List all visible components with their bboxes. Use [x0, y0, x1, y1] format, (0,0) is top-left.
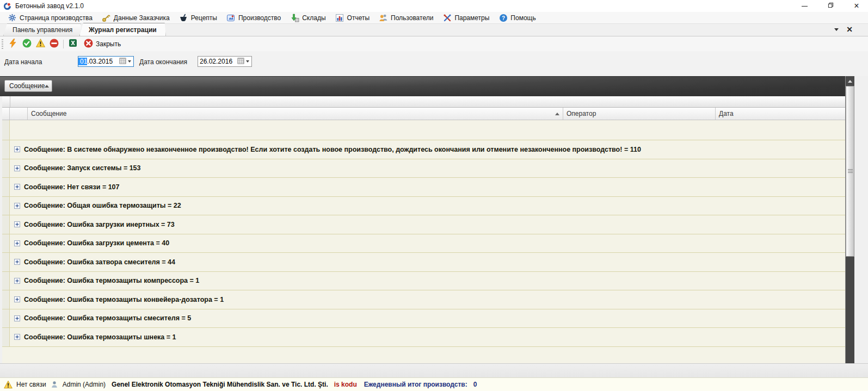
filter-area: Дата начала 01.03.2015 Дата окончания 26… [0, 51, 868, 76]
grid-body: Сообщение: В системе обнаружено незаконч… [2, 120, 845, 363]
header-indicator-cell [2, 108, 10, 120]
vertical-scrollbar[interactable] [845, 76, 854, 374]
column-header-date[interactable]: Дата [716, 108, 845, 120]
group-field-label: Сообщение [9, 82, 45, 90]
group-row[interactable]: Сообщение: Ошибка термозащиты компрессор… [2, 272, 845, 291]
menu-item-users[interactable]: Пользователи [375, 12, 439, 24]
spacer-indicator-cell [2, 96, 10, 107]
close-log-label: Закрыть [96, 40, 121, 48]
group-row[interactable]: Сообщение: Ошибка термозащиты шнека = 1 [2, 328, 845, 347]
group-row[interactable]: Сообщение: Ошибка термозащиты смесителя … [2, 309, 845, 328]
group-row[interactable]: Сообщение: Нет связи = 107 [2, 178, 845, 197]
row-indicator [2, 215, 10, 234]
toolbar-grip[interactable] [2, 39, 3, 49]
status-bar: Нет связи Admin (Admin) Genel Elektronik… [0, 377, 868, 391]
recipes-icon [179, 13, 188, 22]
expand-plus-icon[interactable] [14, 203, 20, 209]
bottom-strip [0, 363, 868, 377]
group-row[interactable]: Сообщение: Ошибка загрузки инертных = 73 [2, 215, 845, 234]
help-icon: ? [498, 13, 508, 22]
tab-close-icon[interactable]: ✕ [846, 26, 853, 33]
reports-icon [335, 13, 344, 22]
expand-plus-icon[interactable] [14, 184, 20, 190]
connection-status: Нет связи [16, 381, 46, 388]
minimize-icon [802, 6, 808, 7]
close-log-button[interactable]: Закрыть [81, 38, 124, 50]
tab-registration-log[interactable]: Журнал регистрации [79, 23, 166, 36]
date-dropdown-icon[interactable] [128, 60, 131, 63]
expand-plus-icon[interactable] [14, 296, 20, 302]
group-row-text: Сообщение: В системе обнаружено незаконч… [24, 146, 641, 153]
warning-filter-button[interactable] [34, 38, 46, 50]
warehouse-icon [290, 13, 299, 22]
warning-triangle-icon [36, 39, 45, 49]
grid-header-row: Сообщение Оператор Дата [2, 108, 845, 120]
tools-icon [442, 13, 452, 22]
row-indicator [2, 290, 10, 309]
calendar-icon[interactable] [237, 57, 244, 66]
expand-plus-icon[interactable] [14, 165, 20, 171]
end-date-input[interactable]: 26.02.2016 [198, 56, 252, 67]
calendar-icon[interactable] [119, 57, 126, 66]
toolbar-separator [63, 40, 64, 48]
start-date-input[interactable]: 01.03.2015 [78, 56, 134, 67]
group-row[interactable]: Сообщение: Ошибка загрузки цемента = 40 [2, 234, 845, 253]
menu-item-reports[interactable]: Отчеты [332, 12, 375, 24]
group-row[interactable]: Сообщение: Ошибка термозащиты конвейера-… [2, 290, 845, 309]
group-row-text: Сообщение: Ошибка термозащиты конвейера-… [24, 296, 224, 303]
end-date-text: 26.02.2016 [198, 58, 232, 65]
date-dropdown-icon[interactable] [246, 60, 249, 63]
scroll-up-button[interactable] [846, 76, 854, 86]
row-indicator [2, 178, 10, 196]
close-icon: × [854, 2, 859, 10]
key-icon [102, 13, 111, 22]
menu-bar: Страница производства Данные Заказчика Р… [0, 12, 868, 24]
user-icon [50, 380, 59, 389]
close-red-icon [84, 39, 93, 49]
expand-plus-icon[interactable] [14, 259, 20, 265]
success-filter-button[interactable] [21, 38, 33, 50]
lightning-button[interactable] [7, 38, 19, 50]
users-icon [379, 13, 388, 22]
group-row[interactable]: Сообщение: Общая ошибка термозащиты = 22 [2, 197, 845, 216]
export-excel-button[interactable] [67, 38, 79, 50]
start-date-label: Дата начала [4, 58, 42, 66]
group-row-text: Сообщение: Общая ошибка термозащиты = 22 [24, 202, 181, 209]
menu-item-parameters[interactable]: Параметры [439, 12, 495, 24]
menu-item-recipes[interactable]: Рецепты [176, 12, 223, 24]
tab-list-dropdown-icon[interactable] [834, 28, 839, 31]
tab-control-panel[interactable]: Панель управления [3, 23, 82, 36]
column-header-message[interactable]: Сообщение [28, 108, 563, 120]
menu-item-customer-data[interactable]: Данные Заказчика [99, 12, 176, 24]
app-logo-icon [3, 2, 12, 10]
expand-plus-icon[interactable] [14, 334, 20, 340]
expand-plus-icon[interactable] [14, 221, 20, 227]
menu-item-help[interactable]: ? Помощь [495, 12, 541, 24]
expand-plus-icon[interactable] [14, 278, 20, 284]
error-filter-button[interactable] [48, 38, 60, 50]
group-row-text: Сообщение: Ошибка затвора смесителя = 44 [24, 258, 175, 266]
group-row-text: Сообщение: Ошибка термозащиты компрессор… [24, 277, 199, 284]
production-icon [226, 13, 236, 22]
expand-plus-icon[interactable] [14, 315, 20, 321]
column-header-operator[interactable]: Оператор [563, 108, 716, 120]
group-row-text: Сообщение: Нет связи = 107 [24, 183, 120, 191]
group-row[interactable]: Сообщение: Ошибка затвора смесителя = 44 [2, 253, 845, 272]
expand-plus-icon[interactable] [14, 240, 20, 246]
arrow-up-icon [848, 80, 852, 83]
row-indicator [2, 234, 10, 253]
menu-item-warehouses[interactable]: Склады [287, 12, 331, 24]
expand-plus-icon[interactable] [14, 146, 20, 152]
restore-button[interactable] [823, 1, 838, 11]
menu-item-production[interactable]: Производство [223, 12, 287, 24]
group-row[interactable]: Сообщение: В системе обнаружено незаконч… [2, 140, 845, 159]
excel-icon [69, 39, 77, 49]
row-indicator [2, 140, 10, 159]
minimize-button[interactable] [797, 1, 811, 11]
menu-item-production-page[interactable]: Страница производства [4, 12, 99, 24]
group-field-button[interactable]: Сообщение [4, 80, 52, 92]
sort-asc-icon [555, 113, 559, 115]
close-window-button[interactable]: × [849, 1, 864, 11]
scrollbar-thumb[interactable] [846, 86, 854, 257]
group-row[interactable]: Сообщение: Запуск системы = 153 [2, 159, 845, 178]
